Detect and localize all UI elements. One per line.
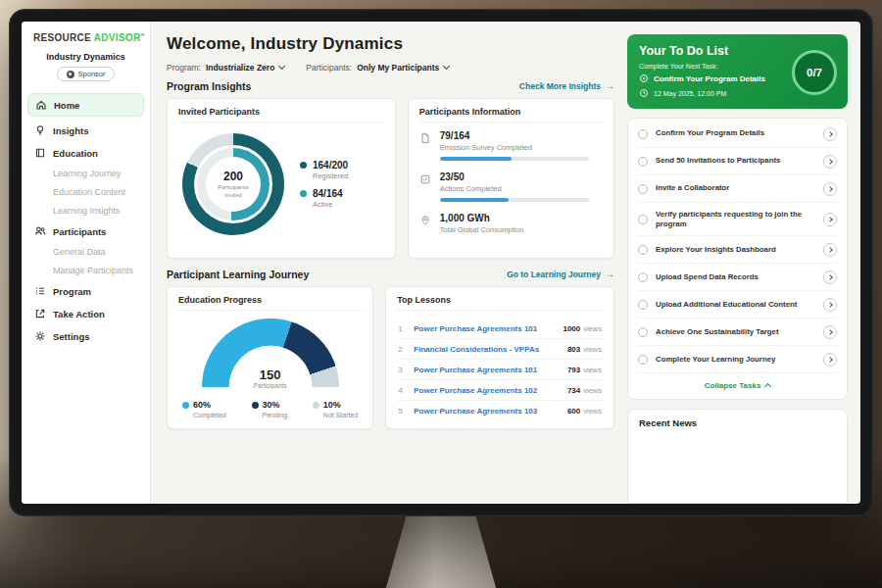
lesson-rank: 5 [398,407,406,416]
sidebar-item-manage-participants[interactable]: Manage Participants [22,262,150,279]
sidebar-item-general-data[interactable]: General Data [22,243,150,261]
logo-plus: + [140,31,144,38]
sidebar-item-home[interactable]: Home [27,93,144,117]
legend-value: 164/200 [313,160,348,171]
card-title: Top Lessons [397,295,603,311]
task-row-invite-collaborator[interactable]: Invite a Collaborator [638,175,837,203]
info-label: Total Global Consumption [440,225,524,234]
sponsor-icon [67,71,74,78]
task-row-achieve-target[interactable]: Achieve One Sustainability Target [638,318,837,346]
link-label: Check More Insights [519,81,601,91]
app-logo[interactable]: RESOURCE ADVISOR+ [22,31,150,49]
participants-filter-value: Only My Participants [357,63,439,73]
legend-value: 10% [323,400,341,410]
filters-row: Program: Industrialize Zero Participants… [167,63,614,73]
task-checkbox[interactable] [638,245,648,255]
task-checkbox[interactable] [638,272,648,282]
lesson-views-label: views [583,366,602,374]
todo-hero-card[interactable]: Your To Do List Complete Your Next Task:… [627,34,848,109]
pending-bullet-icon [252,402,259,409]
target-icon [639,74,649,83]
sidebar-item-settings[interactable]: Settings [22,325,150,347]
chevron-down-icon [278,63,285,70]
participants-filter-label: Participants: [306,63,352,73]
legend-label: Pending [263,412,288,418]
people-icon [34,225,46,237]
gauge-center: 150 Participants [202,368,339,389]
info-value: 23/50 [440,172,589,182]
sidebar-item-take-action[interactable]: Take Action [22,303,150,324]
task-checkbox[interactable] [638,129,648,139]
lesson-row: 1 Power Purchase Agreements 101 1000view… [397,318,603,339]
program-filter-label: Program: [167,63,201,73]
task-row-upload-spend-data[interactable]: Upload Spend Data Records [638,264,837,291]
chevron-right-icon[interactable] [823,325,837,339]
task-row-verify-participants[interactable]: Verify participants requesting to join t… [638,203,837,236]
task-row-confirm-program[interactable]: Confirm Your Program Details [638,121,837,148]
chevron-right-icon[interactable] [823,182,837,196]
task-checkbox[interactable] [638,300,648,310]
chevron-right-icon[interactable] [823,270,837,284]
lesson-link[interactable]: Power Purchase Agreements 101 [414,324,555,333]
lesson-views-label: views [583,386,602,395]
legend-value: 30% [263,400,280,410]
task-row-explore-insights[interactable]: Explore Your Insights Dashboard [638,236,837,264]
insights-cards-row: Invited Participants 200 Participants In… [167,98,614,259]
sidebar-item-label: General Data [53,247,106,257]
program-filter-value: Industrialize Zero [206,63,274,73]
sidebar-item-insights[interactable]: Insights [22,120,150,141]
lesson-views-label: views [583,407,602,416]
completed-bullet-icon [182,402,189,409]
participants-filter-dropdown[interactable]: Only My Participants [357,63,449,73]
link-label: Go to Learning Journey [507,270,601,279]
lightbulb-icon [34,124,46,136]
sponsor-badge[interactable]: Sponsor [57,67,116,81]
chevron-right-icon[interactable] [823,155,837,169]
lesson-views-label: views [583,345,602,354]
sidebar-item-education-content[interactable]: Education Content [22,183,150,201]
task-row-send-invitations[interactable]: Send 50 Invitations to Participants [638,148,837,175]
info-value: 1,000 GWh [440,213,524,223]
legend-item-registered: 164/200 Registered [300,160,348,180]
chevron-right-icon[interactable] [823,127,837,141]
invited-donut-ring-inner: 200 Participants Invited [197,148,270,220]
donut-center-label: Participants Invited [213,184,254,200]
sidebar-item-learning-journey[interactable]: Learning Journey [22,165,150,182]
task-row-complete-learning-journey[interactable]: Complete Your Learning Journey [638,346,837,373]
sidebar-item-education[interactable]: Education [22,142,150,164]
program-insights-header: Program Insights Check More Insights → [167,80,614,92]
chevron-right-icon[interactable] [823,213,837,226]
lesson-link[interactable]: Power Purchase Agreements 102 [414,386,560,395]
collapse-tasks-button[interactable]: Collapse Tasks [638,373,837,394]
chevron-right-icon[interactable] [823,298,837,312]
sidebar-item-learning-insights[interactable]: Learning Insights [22,202,150,220]
program-filter: Program: Industrialize Zero [167,63,284,73]
organization-name: Industry Dynamics [22,52,150,62]
page-title: Welcome, Industry Dynamics [167,34,614,54]
task-checkbox[interactable] [638,184,648,194]
sidebar-item-participants[interactable]: Participants [22,220,150,242]
program-filter-dropdown[interactable]: Industrialize Zero [206,63,284,73]
task-checkbox[interactable] [638,157,648,167]
lesson-link[interactable]: Power Purchase Agreements 103 [414,407,560,416]
lesson-link[interactable]: Power Purchase Agreements 101 [414,366,560,374]
top-lessons-card: Top Lessons 1 Power Purchase Agreements … [385,286,614,429]
task-checkbox[interactable] [638,355,648,365]
chevron-right-icon[interactable] [823,353,837,367]
checklist-icon [419,173,431,185]
sponsor-badge-label: Sponsor [78,70,106,78]
task-label: Verify participants requesting to join t… [656,210,815,229]
info-row-consumption: 1,000 GWh Total Global Consumption [419,213,603,239]
legend-label: Not Started [323,412,358,418]
check-more-insights-link[interactable]: Check More Insights → [519,81,614,91]
go-to-learning-journey-link[interactable]: Go to Learning Journey → [507,270,614,279]
sidebar-item-program[interactable]: Program [22,280,150,302]
lesson-link[interactable]: Financial Considerations - VPPAs [414,345,560,354]
task-checkbox[interactable] [638,215,648,224]
task-row-upload-educational-content[interactable]: Upload Additional Educational Content [638,291,837,318]
desk-background: RESOURCE ADVISOR+ Industry Dynamics Spon… [0,0,882,588]
sidebar-item-label: Home [54,100,79,111]
task-checkbox[interactable] [638,327,648,337]
chevron-right-icon[interactable] [823,243,837,257]
legend-label: Completed [193,412,226,418]
